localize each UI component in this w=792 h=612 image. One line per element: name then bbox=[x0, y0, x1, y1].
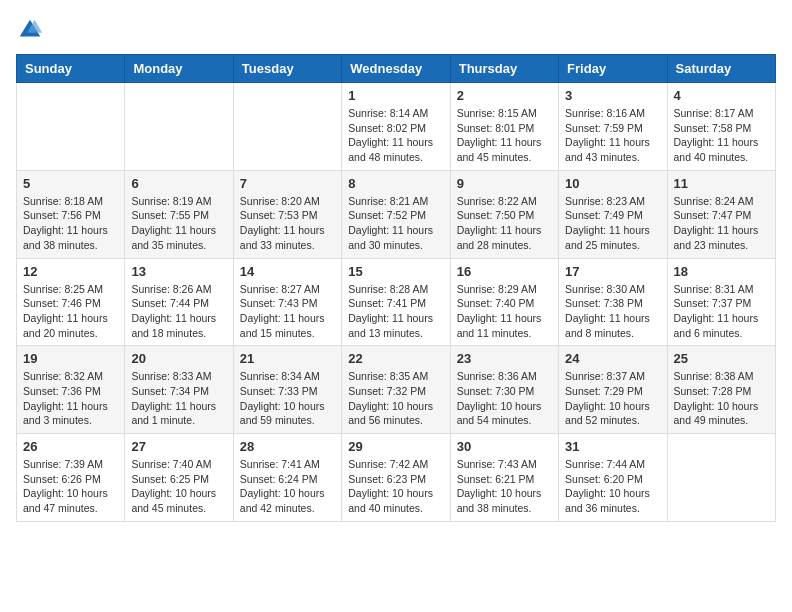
day-info: Sunrise: 8:14 AMSunset: 8:02 PMDaylight:… bbox=[348, 106, 443, 165]
day-info: Sunrise: 8:27 AMSunset: 7:43 PMDaylight:… bbox=[240, 282, 335, 341]
calendar-cell: 1Sunrise: 8:14 AMSunset: 8:02 PMDaylight… bbox=[342, 83, 450, 171]
calendar-cell: 31Sunrise: 7:44 AMSunset: 6:20 PMDayligh… bbox=[559, 434, 667, 522]
day-number: 28 bbox=[240, 439, 335, 454]
day-info: Sunrise: 8:32 AMSunset: 7:36 PMDaylight:… bbox=[23, 369, 118, 428]
day-info: Sunrise: 7:39 AMSunset: 6:26 PMDaylight:… bbox=[23, 457, 118, 516]
day-number: 14 bbox=[240, 264, 335, 279]
calendar-cell: 18Sunrise: 8:31 AMSunset: 7:37 PMDayligh… bbox=[667, 258, 775, 346]
day-info: Sunrise: 8:23 AMSunset: 7:49 PMDaylight:… bbox=[565, 194, 660, 253]
day-info: Sunrise: 8:16 AMSunset: 7:59 PMDaylight:… bbox=[565, 106, 660, 165]
day-info: Sunrise: 7:40 AMSunset: 6:25 PMDaylight:… bbox=[131, 457, 226, 516]
calendar-cell: 26Sunrise: 7:39 AMSunset: 6:26 PMDayligh… bbox=[17, 434, 125, 522]
day-info: Sunrise: 8:25 AMSunset: 7:46 PMDaylight:… bbox=[23, 282, 118, 341]
calendar-header-row: SundayMondayTuesdayWednesdayThursdayFrid… bbox=[17, 55, 776, 83]
day-number: 12 bbox=[23, 264, 118, 279]
day-number: 21 bbox=[240, 351, 335, 366]
calendar-cell: 20Sunrise: 8:33 AMSunset: 7:34 PMDayligh… bbox=[125, 346, 233, 434]
calendar-week-row: 12Sunrise: 8:25 AMSunset: 7:46 PMDayligh… bbox=[17, 258, 776, 346]
calendar-cell: 19Sunrise: 8:32 AMSunset: 7:36 PMDayligh… bbox=[17, 346, 125, 434]
calendar-cell: 11Sunrise: 8:24 AMSunset: 7:47 PMDayligh… bbox=[667, 170, 775, 258]
calendar-cell: 12Sunrise: 8:25 AMSunset: 7:46 PMDayligh… bbox=[17, 258, 125, 346]
calendar-week-row: 5Sunrise: 8:18 AMSunset: 7:56 PMDaylight… bbox=[17, 170, 776, 258]
calendar-header-monday: Monday bbox=[125, 55, 233, 83]
day-info: Sunrise: 8:19 AMSunset: 7:55 PMDaylight:… bbox=[131, 194, 226, 253]
calendar-cell: 23Sunrise: 8:36 AMSunset: 7:30 PMDayligh… bbox=[450, 346, 558, 434]
calendar-cell: 10Sunrise: 8:23 AMSunset: 7:49 PMDayligh… bbox=[559, 170, 667, 258]
day-info: Sunrise: 8:38 AMSunset: 7:28 PMDaylight:… bbox=[674, 369, 769, 428]
day-number: 26 bbox=[23, 439, 118, 454]
day-info: Sunrise: 8:17 AMSunset: 7:58 PMDaylight:… bbox=[674, 106, 769, 165]
calendar-cell bbox=[233, 83, 341, 171]
day-number: 24 bbox=[565, 351, 660, 366]
calendar-week-row: 1Sunrise: 8:14 AMSunset: 8:02 PMDaylight… bbox=[17, 83, 776, 171]
calendar-cell: 14Sunrise: 8:27 AMSunset: 7:43 PMDayligh… bbox=[233, 258, 341, 346]
day-info: Sunrise: 8:26 AMSunset: 7:44 PMDaylight:… bbox=[131, 282, 226, 341]
day-info: Sunrise: 8:20 AMSunset: 7:53 PMDaylight:… bbox=[240, 194, 335, 253]
calendar-cell: 6Sunrise: 8:19 AMSunset: 7:55 PMDaylight… bbox=[125, 170, 233, 258]
calendar-cell: 2Sunrise: 8:15 AMSunset: 8:01 PMDaylight… bbox=[450, 83, 558, 171]
day-number: 7 bbox=[240, 176, 335, 191]
day-info: Sunrise: 8:28 AMSunset: 7:41 PMDaylight:… bbox=[348, 282, 443, 341]
calendar-cell: 7Sunrise: 8:20 AMSunset: 7:53 PMDaylight… bbox=[233, 170, 341, 258]
day-info: Sunrise: 8:35 AMSunset: 7:32 PMDaylight:… bbox=[348, 369, 443, 428]
calendar-cell: 17Sunrise: 8:30 AMSunset: 7:38 PMDayligh… bbox=[559, 258, 667, 346]
day-info: Sunrise: 7:41 AMSunset: 6:24 PMDaylight:… bbox=[240, 457, 335, 516]
day-info: Sunrise: 8:21 AMSunset: 7:52 PMDaylight:… bbox=[348, 194, 443, 253]
day-number: 5 bbox=[23, 176, 118, 191]
calendar-cell: 28Sunrise: 7:41 AMSunset: 6:24 PMDayligh… bbox=[233, 434, 341, 522]
day-info: Sunrise: 8:34 AMSunset: 7:33 PMDaylight:… bbox=[240, 369, 335, 428]
calendar-cell bbox=[17, 83, 125, 171]
day-number: 6 bbox=[131, 176, 226, 191]
day-info: Sunrise: 8:18 AMSunset: 7:56 PMDaylight:… bbox=[23, 194, 118, 253]
calendar-cell: 24Sunrise: 8:37 AMSunset: 7:29 PMDayligh… bbox=[559, 346, 667, 434]
logo bbox=[16, 16, 48, 44]
calendar-header-thursday: Thursday bbox=[450, 55, 558, 83]
day-info: Sunrise: 7:44 AMSunset: 6:20 PMDaylight:… bbox=[565, 457, 660, 516]
day-number: 8 bbox=[348, 176, 443, 191]
calendar-cell: 25Sunrise: 8:38 AMSunset: 7:28 PMDayligh… bbox=[667, 346, 775, 434]
day-info: Sunrise: 8:33 AMSunset: 7:34 PMDaylight:… bbox=[131, 369, 226, 428]
calendar-week-row: 19Sunrise: 8:32 AMSunset: 7:36 PMDayligh… bbox=[17, 346, 776, 434]
day-number: 18 bbox=[674, 264, 769, 279]
calendar-header-friday: Friday bbox=[559, 55, 667, 83]
day-number: 4 bbox=[674, 88, 769, 103]
calendar-cell: 21Sunrise: 8:34 AMSunset: 7:33 PMDayligh… bbox=[233, 346, 341, 434]
calendar-cell: 29Sunrise: 7:42 AMSunset: 6:23 PMDayligh… bbox=[342, 434, 450, 522]
calendar-header-wednesday: Wednesday bbox=[342, 55, 450, 83]
day-number: 25 bbox=[674, 351, 769, 366]
calendar-cell: 9Sunrise: 8:22 AMSunset: 7:50 PMDaylight… bbox=[450, 170, 558, 258]
day-info: Sunrise: 7:42 AMSunset: 6:23 PMDaylight:… bbox=[348, 457, 443, 516]
day-number: 29 bbox=[348, 439, 443, 454]
day-info: Sunrise: 8:31 AMSunset: 7:37 PMDaylight:… bbox=[674, 282, 769, 341]
calendar-header-saturday: Saturday bbox=[667, 55, 775, 83]
day-number: 9 bbox=[457, 176, 552, 191]
day-number: 10 bbox=[565, 176, 660, 191]
calendar-cell: 15Sunrise: 8:28 AMSunset: 7:41 PMDayligh… bbox=[342, 258, 450, 346]
day-number: 16 bbox=[457, 264, 552, 279]
day-number: 31 bbox=[565, 439, 660, 454]
calendar-header-sunday: Sunday bbox=[17, 55, 125, 83]
calendar-cell bbox=[125, 83, 233, 171]
day-number: 19 bbox=[23, 351, 118, 366]
page-header bbox=[16, 16, 776, 44]
day-number: 3 bbox=[565, 88, 660, 103]
calendar-cell: 22Sunrise: 8:35 AMSunset: 7:32 PMDayligh… bbox=[342, 346, 450, 434]
calendar-cell: 13Sunrise: 8:26 AMSunset: 7:44 PMDayligh… bbox=[125, 258, 233, 346]
calendar-cell: 30Sunrise: 7:43 AMSunset: 6:21 PMDayligh… bbox=[450, 434, 558, 522]
day-number: 17 bbox=[565, 264, 660, 279]
day-info: Sunrise: 8:30 AMSunset: 7:38 PMDaylight:… bbox=[565, 282, 660, 341]
day-number: 11 bbox=[674, 176, 769, 191]
calendar-cell: 16Sunrise: 8:29 AMSunset: 7:40 PMDayligh… bbox=[450, 258, 558, 346]
calendar-cell bbox=[667, 434, 775, 522]
day-info: Sunrise: 8:22 AMSunset: 7:50 PMDaylight:… bbox=[457, 194, 552, 253]
calendar-cell: 8Sunrise: 8:21 AMSunset: 7:52 PMDaylight… bbox=[342, 170, 450, 258]
day-number: 23 bbox=[457, 351, 552, 366]
day-info: Sunrise: 8:24 AMSunset: 7:47 PMDaylight:… bbox=[674, 194, 769, 253]
day-info: Sunrise: 8:15 AMSunset: 8:01 PMDaylight:… bbox=[457, 106, 552, 165]
logo-icon bbox=[16, 16, 44, 44]
day-number: 22 bbox=[348, 351, 443, 366]
calendar-header-tuesday: Tuesday bbox=[233, 55, 341, 83]
day-number: 30 bbox=[457, 439, 552, 454]
day-info: Sunrise: 8:37 AMSunset: 7:29 PMDaylight:… bbox=[565, 369, 660, 428]
day-number: 20 bbox=[131, 351, 226, 366]
